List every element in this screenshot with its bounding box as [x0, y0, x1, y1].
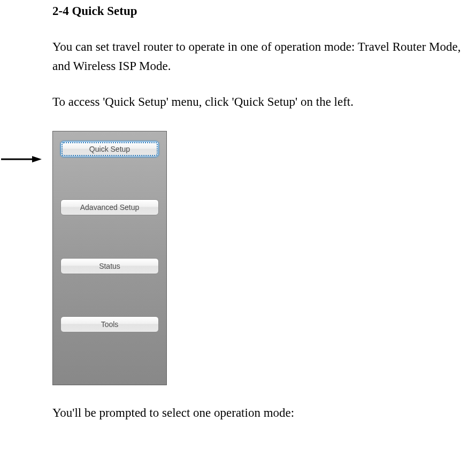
section-heading: 2-4 Quick Setup: [52, 4, 476, 18]
intro-paragraph-2: To access 'Quick Setup' menu, click 'Qui…: [52, 92, 476, 112]
sidebar-item-status[interactable]: Status: [60, 258, 159, 274]
sidebar-item-quick-setup[interactable]: Quick Setup: [60, 141, 159, 157]
sidebar-item-tools[interactable]: Tools: [60, 316, 159, 332]
menu-label: Status: [99, 262, 120, 270]
outro-paragraph: You'll be prompted to select one operati…: [52, 403, 476, 423]
menu-label: Quick Setup: [89, 145, 130, 153]
sidebar-panel: Quick Setup Adavanced Setup Status Tools: [52, 131, 167, 385]
intro-paragraph-1: You can set travel router to operate in …: [52, 37, 476, 75]
menu-label: Adavanced Setup: [80, 203, 140, 212]
arrow-right-icon: [0, 155, 43, 161]
sidebar-screenshot: Quick Setup Adavanced Setup Status Tools: [52, 131, 476, 385]
sidebar-item-advanced-setup[interactable]: Adavanced Setup: [60, 199, 159, 215]
svg-marker-1: [32, 156, 42, 162]
menu-label: Tools: [101, 320, 119, 329]
